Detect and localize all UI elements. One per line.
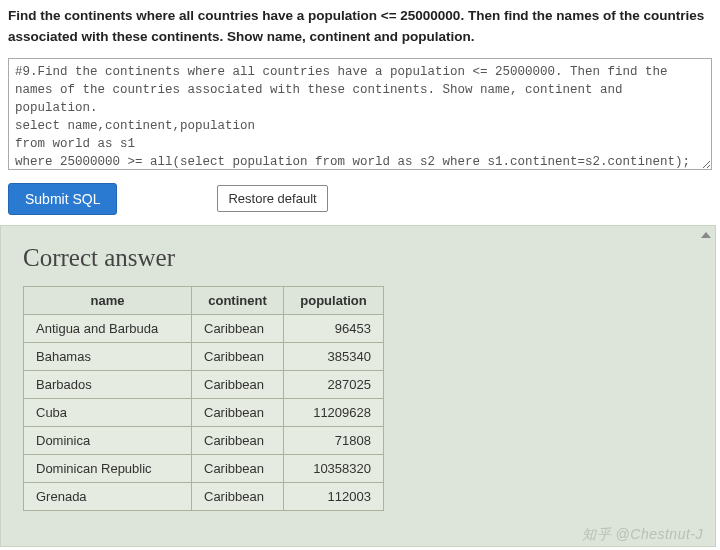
result-panel: Correct answer name continent population…: [0, 225, 716, 547]
cell-name: Dominica: [24, 426, 192, 454]
cell-name: Dominican Republic: [24, 454, 192, 482]
cell-continent: Caribbean: [192, 398, 284, 426]
submit-sql-button[interactable]: Submit SQL: [8, 183, 117, 215]
cell-continent: Caribbean: [192, 314, 284, 342]
cell-population: 112003: [284, 482, 384, 510]
table-row: GrenadaCaribbean112003: [24, 482, 384, 510]
cell-name: Grenada: [24, 482, 192, 510]
restore-default-button[interactable]: Restore default: [217, 185, 327, 212]
watermark: 知乎 @Chestnut-J: [582, 526, 703, 544]
cell-name: Antigua and Barbuda: [24, 314, 192, 342]
cell-continent: Caribbean: [192, 482, 284, 510]
result-table: name continent population Antigua and Ba…: [23, 286, 384, 511]
sql-input[interactable]: [8, 58, 712, 170]
col-header-continent: continent: [192, 286, 284, 314]
table-row: BahamasCaribbean385340: [24, 342, 384, 370]
table-row: BarbadosCaribbean287025: [24, 370, 384, 398]
result-title: Correct answer: [23, 244, 693, 272]
cell-population: 287025: [284, 370, 384, 398]
cell-name: Barbados: [24, 370, 192, 398]
cell-population: 10358320: [284, 454, 384, 482]
cell-name: Cuba: [24, 398, 192, 426]
cell-population: 385340: [284, 342, 384, 370]
table-header-row: name continent population: [24, 286, 384, 314]
table-row: CubaCaribbean11209628: [24, 398, 384, 426]
cell-population: 96453: [284, 314, 384, 342]
cell-continent: Caribbean: [192, 454, 284, 482]
cell-population: 71808: [284, 426, 384, 454]
table-row: Antigua and BarbudaCaribbean96453: [24, 314, 384, 342]
cell-continent: Caribbean: [192, 342, 284, 370]
col-header-name: name: [24, 286, 192, 314]
cell-continent: Caribbean: [192, 426, 284, 454]
button-row: Submit SQL Restore default: [8, 183, 712, 215]
cell-population: 11209628: [284, 398, 384, 426]
table-row: Dominican RepublicCaribbean10358320: [24, 454, 384, 482]
cell-name: Bahamas: [24, 342, 192, 370]
table-row: DominicaCaribbean71808: [24, 426, 384, 454]
col-header-population: population: [284, 286, 384, 314]
cell-continent: Caribbean: [192, 370, 284, 398]
scroll-up-icon[interactable]: [701, 232, 711, 238]
question-prompt: Find the continents where all countries …: [8, 6, 712, 48]
